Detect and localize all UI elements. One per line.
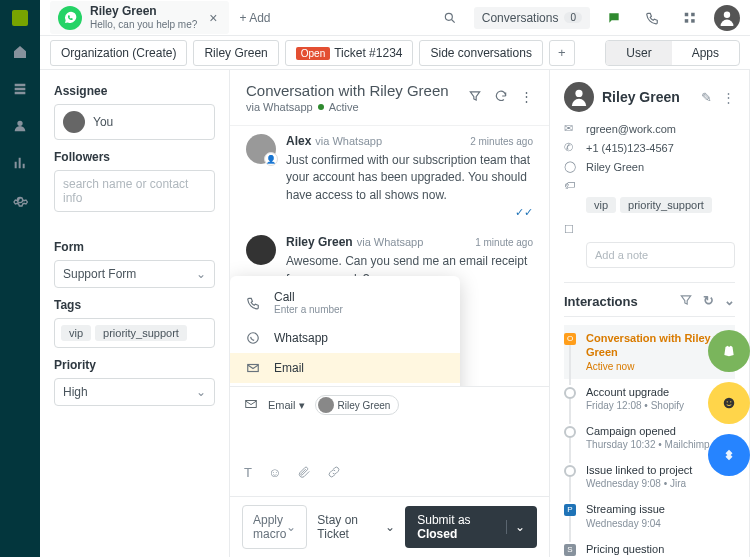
refresh-icon[interactable]: ↻ [703, 293, 714, 310]
assignee-label: Assignee [54, 84, 215, 98]
customers-icon[interactable] [12, 118, 28, 137]
status-solved-icon: S [564, 544, 576, 556]
compose-recipient-chip[interactable]: Riley Green [315, 395, 400, 415]
chevron-down-icon: ⌄ [286, 520, 296, 534]
talk-icon[interactable] [638, 4, 666, 32]
segment-apps[interactable]: Apps [672, 41, 739, 65]
tag-chip[interactable]: vip [61, 325, 91, 341]
email-icon [244, 361, 262, 375]
context-segment: User Apps [605, 40, 740, 66]
link-icon[interactable] [327, 465, 341, 482]
mailchimp-fab[interactable] [708, 382, 750, 424]
timeline-dot-icon [564, 465, 576, 477]
views-icon[interactable] [12, 81, 28, 100]
chevron-down-icon[interactable]: ⌄ [724, 293, 735, 310]
svg-point-9 [724, 398, 735, 409]
context-tabs: Organization (Create) Riley Green OpenTi… [40, 36, 750, 70]
attachment-icon[interactable] [297, 465, 311, 482]
home-icon[interactable] [12, 44, 28, 63]
tag-chip: priority_support [620, 197, 712, 213]
form-label: Form [54, 240, 215, 254]
add-side-conversation-button[interactable]: + [549, 40, 575, 66]
followers-input[interactable]: search name or contact info [54, 170, 215, 212]
svg-rect-3 [685, 19, 689, 23]
compose-channel[interactable]: Email ▾ [268, 399, 305, 412]
search-icon[interactable] [436, 4, 464, 32]
svg-rect-8 [246, 401, 257, 408]
tab-ticket[interactable]: OpenTicket #1234 [285, 40, 414, 66]
tab-organization[interactable]: Organization (Create) [50, 40, 187, 66]
recipient-avatar [318, 397, 334, 413]
assignee-avatar [63, 111, 85, 133]
macro-select[interactable]: Apply macro⌄ [242, 505, 307, 549]
channel-whatsapp[interactable]: Whatsapp [230, 323, 460, 353]
note-icon: ☐ [564, 223, 578, 236]
chat-status-icon[interactable] [600, 4, 628, 32]
emoji-icon[interactable]: ☺ [268, 465, 281, 482]
segment-user[interactable]: User [606, 41, 671, 65]
jira-fab[interactable] [708, 434, 750, 476]
submit-button[interactable]: Submit as Closed⌄ [405, 506, 537, 548]
form-select[interactable]: Support Form⌄ [54, 260, 215, 288]
tab-user[interactable]: Riley Green [193, 40, 278, 66]
add-note-input[interactable]: Add a note [586, 242, 735, 268]
priority-select[interactable]: High⌄ [54, 378, 215, 406]
shopify-fab[interactable] [708, 330, 750, 372]
stay-on-ticket-select[interactable]: Stay on Ticket⌄ [317, 513, 395, 541]
interaction-item[interactable]: SPricing question [564, 536, 735, 557]
svg-rect-4 [691, 19, 695, 23]
agent-avatar: 👤 [246, 134, 276, 164]
customer-avatar [564, 82, 594, 112]
chevron-down-icon[interactable]: ⌄ [515, 520, 525, 534]
overflow-icon[interactable]: ⋮ [520, 89, 533, 106]
profile-avatar[interactable] [714, 5, 740, 31]
whatsapp-icon: ◯ [564, 160, 578, 173]
add-tab-button[interactable]: + Add [239, 11, 270, 25]
left-rail [0, 0, 40, 557]
context-panel: Riley Green ✎⋮ ✉rgreen@work.com ✆+1 (415… [550, 70, 750, 557]
composer: Email ▾ Riley Green T ☺ [230, 386, 549, 496]
channel-menu: CallEnter a number Whatsapp Email Intern… [230, 276, 460, 386]
email-icon [244, 397, 258, 413]
reporting-icon[interactable] [12, 155, 28, 174]
assignee-field[interactable]: You [54, 104, 215, 140]
tag-chip[interactable]: priority_support [95, 325, 187, 341]
brand-logo-icon [12, 10, 28, 26]
message: 👤 Alexvia Whatsapp2 minutes ago Just con… [246, 134, 533, 219]
tag-chip: vip [586, 197, 616, 213]
customer-email: rgreen@work.com [586, 123, 676, 135]
refresh-icon[interactable] [494, 89, 508, 106]
text-format-icon[interactable]: T [244, 465, 252, 482]
customer-phone: +1 (415)123-4567 [586, 142, 674, 154]
tab-side-conversations[interactable]: Side conversations [419, 40, 542, 66]
customer-avatar [246, 235, 276, 265]
status-open-icon: O [564, 333, 576, 345]
chevron-down-icon: ⌄ [385, 520, 395, 534]
delivered-icon: ✓✓ [286, 206, 533, 219]
overflow-icon[interactable]: ⋮ [722, 90, 735, 105]
channel-internal-note[interactable]: Internal note [230, 383, 460, 386]
apps-grid-icon[interactable] [676, 4, 704, 32]
phone-icon [244, 296, 262, 310]
svg-point-5 [248, 333, 259, 344]
conversations-pill[interactable]: Conversations 0 [474, 7, 590, 29]
phone-icon: ✆ [564, 141, 578, 154]
interaction-item[interactable]: PStreaming issueWednesday 9:04 [564, 496, 735, 535]
edit-icon[interactable]: ✎ [701, 90, 712, 105]
filter-icon[interactable] [679, 293, 693, 310]
filter-icon[interactable] [468, 89, 482, 106]
agent-badge-icon: 👤 [264, 152, 278, 166]
workspace-tab[interactable]: Riley Green Hello, can you help me? × [50, 1, 229, 33]
close-tab-icon[interactable]: × [205, 10, 221, 26]
admin-icon[interactable] [12, 192, 28, 211]
whatsapp-icon [244, 331, 262, 345]
followers-label: Followers [54, 150, 215, 164]
whatsapp-icon [58, 6, 82, 30]
channel-email[interactable]: Email [230, 353, 460, 383]
tags-field[interactable]: vip priority_support [54, 318, 215, 348]
channel-call[interactable]: CallEnter a number [230, 282, 460, 323]
active-dot-icon [318, 104, 324, 110]
chevron-down-icon: ⌄ [196, 385, 206, 399]
tags-label: Tags [54, 298, 215, 312]
svg-rect-2 [691, 12, 695, 16]
